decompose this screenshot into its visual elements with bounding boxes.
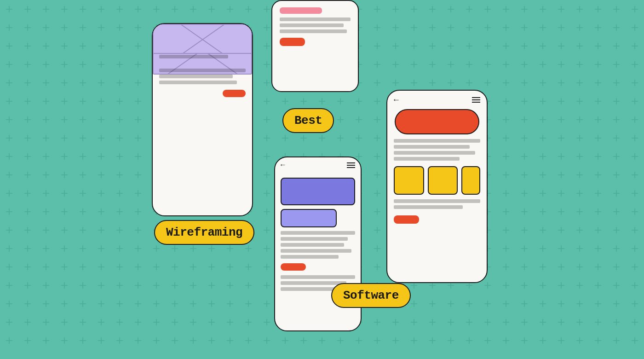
back-arrow-icon: ←: [394, 95, 399, 104]
phone-right-hero-button: [395, 109, 479, 134]
yellow-card-2: [428, 166, 458, 195]
phone-left: [152, 23, 253, 216]
phone-top-center-button: [280, 38, 305, 46]
hamburger-center-icon: [347, 162, 355, 168]
phone-left-cta-button: [223, 90, 246, 97]
phone-center-cta-button: [281, 263, 306, 271]
back-arrow-center-icon: ←: [281, 161, 285, 169]
phone-center-blue-sub: [281, 209, 337, 227]
phone-center-blue-hero: [281, 178, 355, 205]
tag-software: Software: [331, 283, 411, 308]
phone-center-navbar: ←: [275, 157, 361, 173]
phone-right-navbar: ←: [387, 91, 487, 109]
phone-top-center: [271, 0, 359, 92]
tag-wireframing: Wireframing: [154, 220, 254, 245]
tag-best: Best: [282, 108, 334, 133]
hamburger-icon: [472, 97, 480, 103]
phone-right: ←: [386, 90, 488, 283]
phone-right-yellow-grid: [387, 166, 487, 195]
yellow-card-3: [461, 166, 480, 195]
yellow-card-1: [394, 166, 424, 195]
phone-right-cta-button: [394, 215, 419, 224]
